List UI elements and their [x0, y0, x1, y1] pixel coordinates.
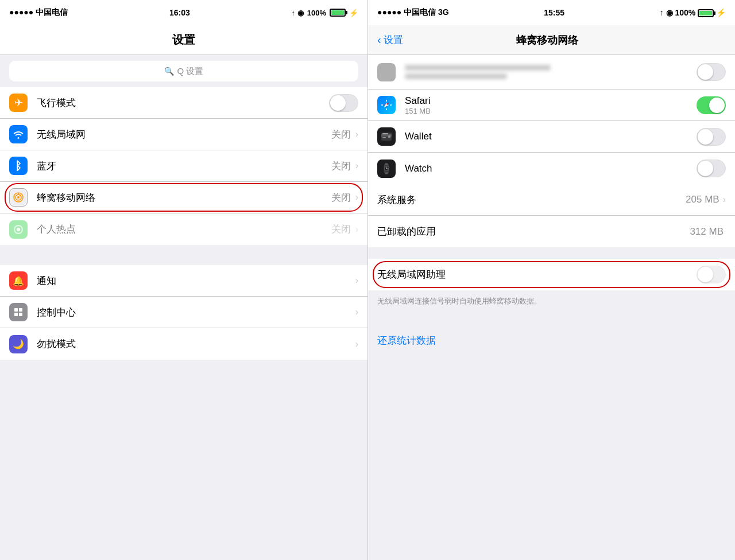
svg-point-2 [17, 196, 20, 199]
airplane-icon: ✈ [9, 94, 28, 112]
left-section-divider-1 [0, 245, 368, 265]
left-location-icon: ↑ ◉ [292, 9, 304, 17]
hotspot-label: 个人热点 [37, 223, 331, 236]
dnd-chevron: › [355, 339, 358, 349]
right-nav-bar: ‹ 设置 蜂窝移动网络 [368, 25, 735, 55]
blurred-text [405, 65, 697, 79]
watch-svg [380, 162, 393, 175]
reset-link[interactable]: 还原统计数据 [377, 335, 436, 346]
hotspot-svg [13, 224, 24, 235]
reset-link-row[interactable]: 还原统计数据 [368, 325, 735, 356]
right-signal: ●●●●● 中国电信 3G [377, 7, 449, 18]
bluetooth-row[interactable]: ᛒ 蓝牙 关闭 › [0, 150, 368, 182]
right-battery-fill [699, 11, 712, 15]
safari-row[interactable]: Safari 151 MB [368, 90, 735, 121]
watch-row[interactable]: Watch [368, 153, 735, 184]
airplane-row[interactable]: ✈ 飞行模式 [0, 87, 368, 119]
svg-rect-21 [382, 133, 388, 134]
hotspot-icon [9, 220, 28, 239]
cellular-svg [13, 192, 24, 203]
wifi-assist-row[interactable]: 无线局域网助理 [368, 259, 735, 290]
right-lightning-icon: ⚡ [716, 8, 726, 17]
svg-rect-6 [14, 308, 18, 312]
hotspot-value: 关闭 [331, 223, 351, 236]
left-page-title: 设置 [172, 32, 195, 48]
svg-rect-8 [14, 313, 18, 316]
notification-row[interactable]: 🔔 通知 › [0, 265, 368, 297]
airplane-toggle[interactable] [329, 94, 358, 112]
dnd-row[interactable]: 🌙 勿扰模式 › [0, 328, 368, 360]
svg-rect-24 [385, 172, 388, 174]
hotspot-row[interactable]: 个人热点 关闭 › [0, 213, 368, 245]
wifi-value: 关闭 [331, 128, 351, 141]
search-bar[interactable]: 🔍 Q 设置 [9, 61, 358, 81]
wallet-svg [380, 130, 393, 143]
left-title-bar: 设置 [0, 25, 368, 55]
cellular-icon [9, 188, 28, 207]
back-label: 设置 [384, 33, 403, 46]
wallet-toggle-knob [698, 129, 713, 145]
uninstalled-row[interactable]: 已卸载的应用 312 MB [368, 216, 735, 247]
left-status-bar: ●●●●● 中国电信 16:03 ↑ ◉ 100% ⚡ [0, 0, 368, 25]
wallet-label: Wallet [405, 131, 551, 142]
left-battery-fill [331, 10, 344, 15]
wifi-assist-section: 无线局域网助理 [368, 259, 735, 290]
settings-group-1: ✈ 飞行模式 无线局域网 关闭 › ᛒ 蓝牙 关闭 › [0, 87, 368, 245]
control-label: 控制中心 [37, 306, 354, 319]
watch-label: Watch [405, 163, 551, 174]
right-status-bar: ●●●●● 中国电信 3G 15:55 ↑ ◉ 100% ⚡ [368, 0, 735, 25]
control-icon [9, 303, 28, 321]
left-time: 16:03 [169, 8, 190, 17]
watch-toggle[interactable] [697, 160, 726, 177]
airplane-label: 飞行模式 [37, 96, 329, 110]
right-battery-pct: 100% [675, 8, 695, 17]
wallet-row[interactable]: Wallet [368, 121, 735, 153]
apps-group: Safari 151 MB [368, 90, 735, 184]
safari-label: Safari [405, 95, 430, 106]
system-services-label: 系统服务 [377, 193, 686, 207]
blurred-line-1 [405, 65, 551, 71]
blurred-line-2 [405, 73, 507, 79]
safari-sublabel: 151 MB [405, 107, 431, 115]
wifi-svg [13, 129, 24, 140]
wifi-icon [9, 125, 28, 143]
system-services-chevron: › [723, 195, 726, 205]
control-svg [13, 306, 24, 318]
wifi-row[interactable]: 无线局域网 关闭 › [0, 119, 368, 150]
uninstalled-value: 312 MB [690, 226, 724, 238]
left-right-status: ↑ ◉ 100% ⚡ [292, 9, 358, 17]
control-row[interactable]: 控制中心 › [0, 297, 368, 328]
back-button[interactable]: ‹ 设置 [377, 33, 403, 46]
right-page-title: 蜂窝移动网络 [403, 33, 691, 47]
svg-rect-20 [382, 137, 386, 138]
airplane-toggle-knob [330, 95, 346, 111]
bluetooth-label: 蓝牙 [37, 160, 331, 173]
left-battery-pct: 100% [307, 9, 326, 17]
wifi-chevron: › [355, 129, 358, 139]
wallet-toggle[interactable] [697, 128, 726, 146]
safari-toggle[interactable] [697, 96, 726, 114]
wifi-assist-toggle[interactable] [697, 266, 726, 283]
uninstalled-label: 已卸载的应用 [377, 225, 533, 238]
watch-icon [377, 160, 396, 178]
dnd-label: 勿扰模式 [37, 337, 354, 351]
safari-label-block: Safari 151 MB [405, 95, 431, 115]
safari-toggle-knob [709, 98, 725, 113]
svg-rect-9 [19, 313, 22, 316]
bluetooth-chevron: › [355, 161, 358, 171]
blurred-toggle[interactable] [697, 63, 726, 81]
blurred-app-row[interactable] [368, 55, 735, 90]
wifi-assist-toggle-knob [698, 267, 713, 282]
cellular-row[interactable]: 蜂窝移动网络 关闭 › [0, 182, 368, 213]
cellular-value: 关闭 [331, 191, 351, 204]
control-chevron: › [355, 307, 358, 317]
system-services-row[interactable]: 系统服务 205 MB › [368, 184, 735, 216]
wifi-label: 无线局域网 [37, 128, 331, 141]
right-location-icon: ↑ ◉ [660, 8, 673, 17]
dnd-icon: 🌙 [9, 335, 28, 353]
wallet-icon [377, 127, 396, 146]
hotspot-chevron: › [355, 224, 358, 235]
right-content: Safari 151 MB [368, 55, 735, 560]
right-battery-icon [698, 9, 714, 17]
right-panel: ●●●●● 中国电信 3G 15:55 ↑ ◉ 100% ⚡ ‹ 设置 蜂窝移动… [368, 0, 735, 560]
